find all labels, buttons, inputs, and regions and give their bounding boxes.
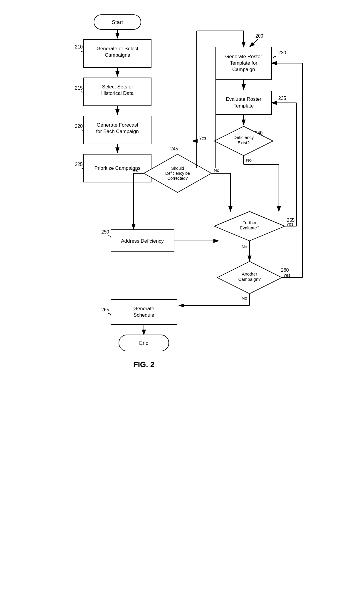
svg-text:No: No bbox=[214, 168, 219, 173]
svg-text:No: No bbox=[242, 296, 247, 300]
svg-text:Start: Start bbox=[112, 19, 123, 25]
svg-text:250: 250 bbox=[101, 229, 109, 234]
svg-text:Yes: Yes bbox=[286, 221, 293, 226]
svg-text:Campaigns: Campaigns bbox=[105, 52, 130, 58]
svg-text:Deficiency: Deficiency bbox=[233, 135, 254, 140]
svg-text:Campaign: Campaign bbox=[232, 67, 255, 72]
svg-text:Another: Another bbox=[242, 271, 257, 276]
svg-text:200: 200 bbox=[255, 33, 263, 38]
svg-text:Template for: Template for bbox=[230, 60, 257, 66]
svg-line-23 bbox=[250, 39, 258, 47]
svg-text:220: 220 bbox=[75, 124, 83, 129]
svg-text:Generate or Select: Generate or Select bbox=[97, 46, 139, 51]
svg-text:Select Sets of: Select Sets of bbox=[102, 84, 133, 90]
svg-text:Corrected?: Corrected? bbox=[167, 176, 188, 181]
svg-text:Yes: Yes bbox=[131, 168, 138, 173]
svg-text:225: 225 bbox=[75, 162, 83, 167]
svg-text:Deficiency be: Deficiency be bbox=[165, 171, 190, 176]
svg-text:Evaluate Roster: Evaluate Roster bbox=[226, 96, 262, 102]
svg-text:Historical Data: Historical Data bbox=[101, 90, 134, 96]
flowchart-container: Start 210 Generate or Select Campaigns 2… bbox=[56, 6, 308, 593]
svg-text:235: 235 bbox=[278, 96, 286, 101]
svg-text:Generate: Generate bbox=[134, 306, 154, 311]
svg-text:Yes: Yes bbox=[283, 273, 290, 278]
svg-text:FIG. 2: FIG. 2 bbox=[133, 360, 154, 369]
svg-text:245: 245 bbox=[170, 146, 178, 151]
svg-rect-31 bbox=[216, 91, 272, 115]
svg-text:Exist?: Exist? bbox=[238, 140, 250, 145]
svg-text:215: 215 bbox=[75, 85, 83, 90]
svg-text:210: 210 bbox=[75, 44, 83, 49]
svg-text:No: No bbox=[246, 157, 252, 162]
svg-text:230: 230 bbox=[278, 50, 286, 55]
svg-text:Yes: Yes bbox=[199, 135, 206, 140]
svg-text:265: 265 bbox=[101, 307, 109, 312]
svg-text:Address Deficiency: Address Deficiency bbox=[121, 238, 164, 244]
svg-text:No: No bbox=[242, 244, 247, 249]
svg-text:End: End bbox=[139, 340, 149, 346]
svg-text:Template: Template bbox=[234, 103, 254, 109]
svg-text:Schedule: Schedule bbox=[134, 312, 154, 318]
svg-text:Generate Forecast: Generate Forecast bbox=[97, 122, 138, 128]
svg-text:Generate Roster: Generate Roster bbox=[225, 54, 262, 59]
svg-text:Further: Further bbox=[242, 220, 257, 225]
svg-text:Evaluate?: Evaluate? bbox=[240, 225, 259, 230]
svg-text:Campaign?: Campaign? bbox=[238, 277, 261, 282]
svg-text:for Each Campaign: for Each Campaign bbox=[96, 129, 139, 134]
svg-text:260: 260 bbox=[281, 268, 289, 273]
